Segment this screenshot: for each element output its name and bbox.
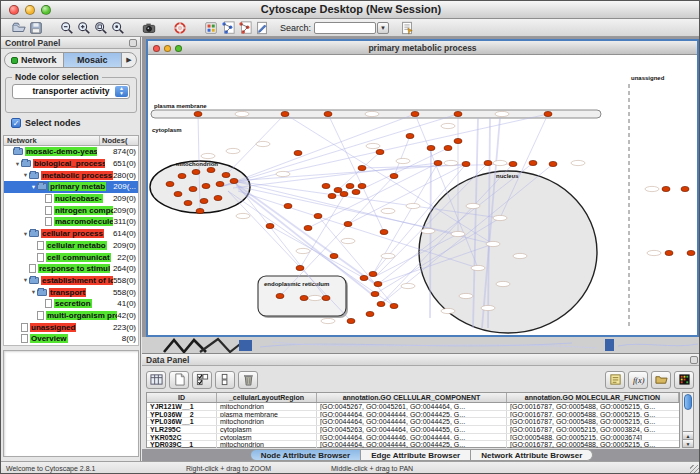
scrollbar-thumb[interactable]	[684, 394, 692, 410]
graph-node[interactable]	[454, 111, 462, 116]
graph-node[interactable]	[222, 172, 230, 177]
table-row[interactable]: YPL036W__1mitochondrion[GO:0044464, GO:0…	[147, 418, 679, 426]
graph-node[interactable]	[360, 275, 368, 280]
graph-node[interactable]	[366, 311, 374, 316]
graph-node[interactable]	[427, 145, 435, 150]
disclosure-triangle[interactable]: ▼	[30, 184, 37, 190]
browser-tab[interactable]: Node Attribute Browser	[250, 449, 362, 461]
graph-node[interactable]	[346, 183, 354, 188]
open-session-button[interactable]	[10, 20, 27, 36]
graph-node[interactable]	[371, 291, 379, 296]
label-icon[interactable]	[605, 371, 625, 389]
select-nodes-checkbox[interactable]: ✓	[11, 118, 21, 128]
apply-layout-b-icon[interactable]	[236, 20, 253, 36]
tab-network[interactable]: Network	[5, 53, 64, 67]
heatmap-icon[interactable]	[674, 371, 694, 389]
graph-node[interactable]	[284, 203, 292, 208]
table-row[interactable]: YDR039C__1mitochondrion[GO:0044464, GO:0…	[147, 441, 679, 449]
graph-node[interactable]	[544, 111, 552, 116]
graph-node[interactable]	[484, 160, 492, 165]
graph-node[interactable]	[462, 161, 470, 166]
graph-node[interactable]	[174, 191, 182, 196]
table-row[interactable]: YLR295Ccytoplasm[GO:0045263, GO:0044464,…	[147, 426, 679, 434]
graph-node[interactable]	[296, 265, 304, 270]
zoom-out-icon[interactable]	[58, 20, 75, 36]
delete-attribute-icon[interactable]	[238, 371, 258, 389]
vizmapper-icon[interactable]	[202, 20, 219, 36]
graph-edge[interactable]	[223, 114, 458, 186]
tree-row[interactable]: cellular metabo209(0)	[4, 240, 138, 252]
tabs-overflow-arrow[interactable]: ▶	[122, 53, 136, 67]
column-header[interactable]: _cellularLayoutRegion	[217, 393, 317, 402]
birdseye-view-panel[interactable]	[3, 350, 139, 457]
graph-node[interactable]	[324, 111, 332, 116]
formula-icon[interactable]: f(x)	[628, 371, 648, 389]
scroll-up-arrow[interactable]: ▲	[683, 431, 693, 439]
graph-node[interactable]	[266, 223, 274, 228]
resize-grip[interactable]	[690, 465, 700, 474]
graph-node[interactable]	[166, 181, 174, 186]
help-icon[interactable]	[171, 20, 188, 36]
annotation-icon[interactable]	[253, 20, 270, 36]
graph-node[interactable]	[202, 183, 210, 188]
graph-node[interactable]	[294, 150, 302, 155]
graph-node[interactable]	[184, 200, 192, 205]
graph-node[interactable]	[207, 167, 215, 172]
graph-node[interactable]	[369, 271, 377, 276]
graph-node[interactable]	[529, 160, 537, 165]
graph-node[interactable]	[687, 250, 695, 255]
table-row[interactable]: YKR052Ccytoplasm[GO:0044464, GO:0044446,…	[147, 434, 679, 442]
tree-row[interactable]: mosaic-demo-yeast874(0)	[4, 146, 138, 158]
graph-node[interactable]	[352, 189, 360, 194]
graph-node[interactable]	[662, 186, 670, 191]
tab-mosaic[interactable]: Mosaic	[64, 53, 123, 67]
graph-node[interactable]	[304, 225, 312, 230]
tree-row[interactable]: Overview8(0)	[4, 333, 138, 345]
graph-edge[interactable]	[328, 114, 384, 232]
graph-node[interactable]	[192, 169, 200, 174]
graph-node[interactable]	[340, 191, 348, 196]
tree-row[interactable]: ▼biological_process651(0)	[4, 158, 138, 170]
graph-node[interactable]	[216, 181, 224, 186]
graph-node[interactable]	[380, 229, 388, 234]
graph-node[interactable]	[390, 173, 398, 178]
column-header[interactable]: annotation.GO MOLECULAR_FUNCTION	[507, 393, 679, 402]
tree-row[interactable]: nucleobase-209(0)	[4, 193, 138, 205]
network-canvas[interactable]: plasma membranecytoplasmmitochondrionnuc…	[148, 55, 697, 335]
graph-node[interactable]	[200, 198, 208, 203]
graph-node[interactable]	[330, 253, 338, 258]
graph-node[interactable]	[376, 149, 384, 154]
graph-node[interactable]	[374, 281, 382, 286]
tree-row[interactable]: ▼transport558(0)	[4, 286, 138, 298]
graph-node[interactable]	[681, 186, 689, 191]
graph-node[interactable]	[347, 318, 355, 323]
index-icon[interactable]	[398, 20, 415, 36]
tree-row[interactable]: nitrogen compo209(0)	[4, 204, 138, 216]
tree-row[interactable]: ▼cellular process614(0)	[4, 228, 138, 240]
tree-row[interactable]: secretion41(0)	[4, 298, 138, 310]
table-row[interactable]: YPL036W__2plasma membrane[GO:0044464, GO…	[147, 411, 679, 419]
graph-node[interactable]	[444, 145, 452, 150]
graph-node[interactable]	[344, 221, 352, 226]
import-folder-icon[interactable]	[651, 371, 671, 389]
data-panel-float-icon[interactable]	[690, 356, 698, 364]
zoom-fit-icon[interactable]	[92, 20, 109, 36]
unselect-attributes-icon[interactable]	[215, 371, 235, 389]
select-attributes-icon[interactable]	[192, 371, 212, 389]
graph-edge[interactable]	[308, 163, 438, 228]
graph-node[interactable]	[189, 186, 197, 191]
graph-node[interactable]	[665, 250, 673, 255]
graph-node[interactable]	[196, 208, 204, 213]
search-input[interactable]	[314, 22, 376, 34]
zoom-selected-icon[interactable]	[109, 20, 126, 36]
graph-node[interactable]	[194, 111, 202, 116]
graph-node[interactable]	[276, 293, 284, 298]
tree-row[interactable]: ▼metabolic process280(0)	[4, 169, 138, 181]
graph-node[interactable]	[230, 178, 238, 183]
graph-node[interactable]	[454, 138, 462, 143]
table-row[interactable]: YJR121W__1mitochondrion[GO:0045267, GO:0…	[147, 403, 679, 411]
tree-row[interactable]: multi-organism pro42(0)	[4, 310, 138, 322]
tree-row[interactable]: macromolecule311(0)	[4, 216, 138, 228]
scroll-down-arrow[interactable]: ▼	[683, 439, 693, 447]
tree-row[interactable]: ▼establishment of lo558(0)	[4, 275, 138, 287]
